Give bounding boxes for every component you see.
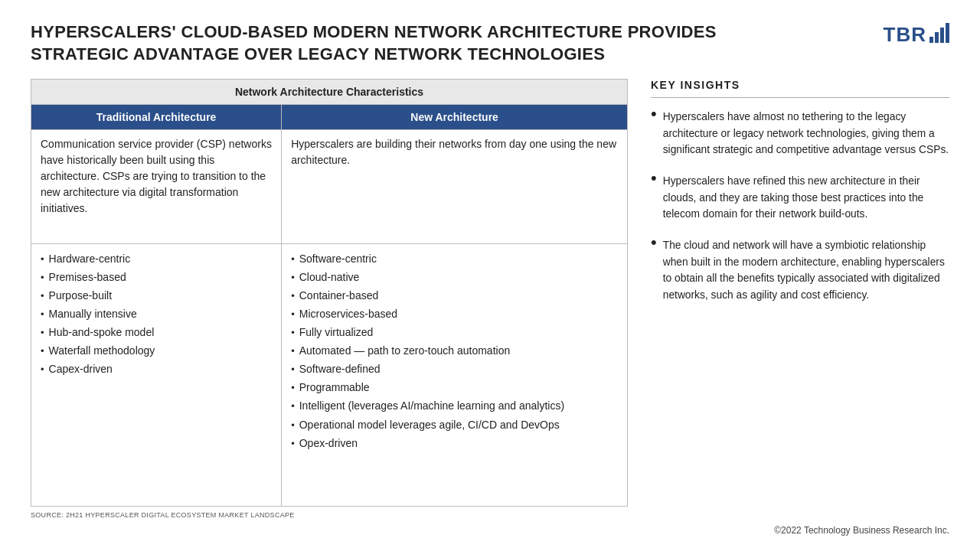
- list-item: •Container-based: [291, 287, 618, 305]
- bullet-icon: •: [291, 361, 295, 377]
- list-item: •Waterfall methodology: [41, 342, 272, 360]
- logo: TBR: [884, 23, 949, 47]
- bullet-icon: •: [41, 251, 44, 267]
- header-row: HYPERSCALERS' CLOUD-BASED MODERN NETWORK…: [31, 21, 949, 65]
- bullet-icon: •: [41, 343, 44, 359]
- list-item: •Intelligent (leverages AI/machine learn…: [291, 397, 618, 415]
- insights-list: •Hyperscalers have almost no tethering t…: [651, 109, 949, 318]
- list-item: •Fully virtualized: [291, 324, 618, 341]
- table-row-desc: Communication service provider (CSP) net…: [31, 130, 628, 244]
- footer-copyright: ©2022 Technology Business Research Inc.: [774, 525, 949, 536]
- list-item: •Manually intensive: [41, 305, 272, 323]
- bullet-icon: •: [291, 380, 295, 396]
- list-item: •Software-centric: [291, 250, 618, 268]
- bullet-icon: •: [291, 398, 295, 414]
- logo-bar-1: [929, 37, 933, 43]
- bullet-icon: •: [41, 324, 44, 341]
- bullet-icon: •: [41, 306, 44, 322]
- list-item: •Operational model leverages agile, CI/C…: [291, 416, 618, 434]
- traditional-desc-cell: Communication service provider (CSP) net…: [31, 130, 282, 244]
- page: HYPERSCALERS' CLOUD-BASED MODERN NETWORK…: [0, 0, 980, 551]
- source-text: SOURCE: 2H21 HYPERSCALER DIGITAL ECOSYST…: [31, 511, 628, 519]
- bullet-icon: •: [651, 106, 657, 122]
- content-row: Network Architecture Characteristics Tra…: [31, 79, 949, 519]
- list-item: •Purpose-built: [41, 287, 272, 305]
- insights-divider: [651, 97, 949, 98]
- bullet-icon: •: [651, 170, 657, 187]
- list-item: •Programmable: [291, 379, 618, 396]
- bullet-icon: •: [291, 306, 295, 322]
- insight-item: •The cloud and network will have a symbi…: [651, 237, 949, 303]
- list-item: •Hardware-centric: [41, 250, 272, 268]
- bullet-icon: •: [291, 343, 295, 359]
- insight-item: •Hyperscalers have almost no tethering t…: [651, 109, 949, 158]
- bullet-icon: •: [291, 417, 295, 433]
- logo-bar-2: [935, 32, 939, 43]
- bullet-icon: •: [291, 435, 295, 452]
- insight-item: •Hyperscalers have refined this new arch…: [651, 173, 949, 222]
- list-item: •Opex-driven: [291, 435, 618, 452]
- bullet-icon: •: [41, 269, 44, 285]
- key-insights-title: KEY INSIGHTS: [651, 79, 949, 91]
- col-header-new: New Architecture: [282, 105, 628, 130]
- logo-chart-icon: [929, 23, 949, 43]
- new-bullets-cell: •Software-centric•Cloud-native•Container…: [282, 243, 628, 506]
- bullet-icon: •: [291, 269, 295, 285]
- list-item: •Capex-driven: [41, 360, 272, 378]
- logo-text: TBR: [884, 23, 926, 47]
- list-item: •Microservices-based: [291, 305, 618, 323]
- bullet-icon: •: [41, 288, 44, 304]
- title-line1: HYPERSCALERS' CLOUD-BASED MODERN NETWORK…: [31, 22, 717, 41]
- list-item: •Hub-and-spoke model: [41, 324, 272, 341]
- page-title: HYPERSCALERS' CLOUD-BASED MODERN NETWORK…: [31, 21, 717, 65]
- bullet-icon: •: [41, 361, 44, 377]
- insights-section: KEY INSIGHTS •Hyperscalers have almost n…: [651, 79, 949, 519]
- logo-bar-4: [946, 23, 949, 43]
- logo-bar-3: [940, 28, 944, 43]
- title-line2: STRATEGIC ADVANTAGE OVER LEGACY NETWORK …: [31, 44, 605, 64]
- table-row-bullets: •Hardware-centric•Premises-based•Purpose…: [31, 243, 628, 506]
- list-item: •Automated — path to zero-touch automati…: [291, 342, 618, 360]
- bullet-icon: •: [291, 288, 295, 304]
- bullet-icon: •: [291, 324, 295, 341]
- list-item: •Cloud-native: [291, 269, 618, 286]
- table-section: Network Architecture Characteristics Tra…: [31, 79, 628, 519]
- list-item: •Software-defined: [291, 360, 618, 378]
- bullet-icon: •: [291, 251, 295, 267]
- table-main-header: Network Architecture Characteristics: [31, 80, 628, 105]
- architecture-table: Network Architecture Characteristics Tra…: [31, 79, 628, 507]
- new-desc-cell: Hyperscalers are building their networks…: [282, 130, 628, 244]
- col-header-traditional: Traditional Architecture: [31, 105, 282, 130]
- footer-row: ©2022 Technology Business Research Inc.: [31, 525, 949, 536]
- list-item: •Premises-based: [41, 269, 272, 286]
- bullet-icon: •: [651, 234, 657, 251]
- traditional-bullets-cell: •Hardware-centric•Premises-based•Purpose…: [31, 243, 282, 506]
